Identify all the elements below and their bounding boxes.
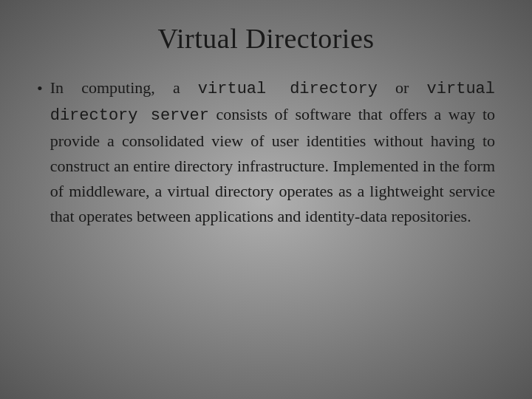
slide-content: • In computing, a virtual directory or v… bbox=[37, 75, 495, 230]
slide-container: Virtual Directories • In computing, a vi… bbox=[0, 0, 532, 399]
bullet-item: • In computing, a virtual directory or v… bbox=[37, 75, 495, 230]
bullet-text: In computing, a virtual directory or vir… bbox=[50, 75, 495, 230]
keyword-virtual-directory: virtual directory bbox=[198, 80, 378, 98]
bullet-dot: • bbox=[37, 76, 43, 101]
slide-title: Virtual Directories bbox=[157, 22, 374, 55]
